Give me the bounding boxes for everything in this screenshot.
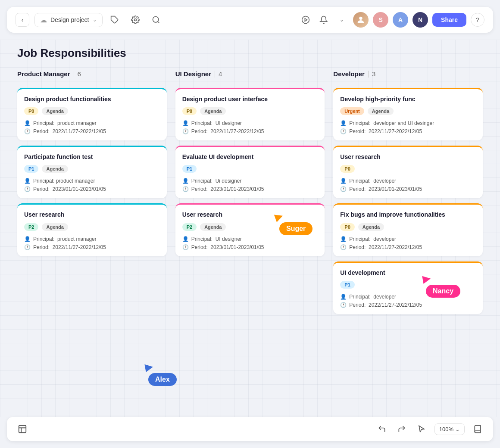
more-button[interactable]: ⌄ <box>335 13 349 27</box>
settings-button[interactable] <box>128 13 142 27</box>
svg-point-4 <box>302 16 309 24</box>
card-participate-function-test[interactable]: Participate function test P1 Agenda 👤 Pr… <box>17 146 167 198</box>
clock-icon: 🕐 <box>182 128 189 134</box>
meta-principal: 👤 Principal: developer <box>340 294 476 300</box>
avatar-n[interactable]: N <box>412 12 428 28</box>
column-ui-designer: UI Designer 4 Design product user interf… <box>175 70 325 319</box>
card-tags: P0 Agenda <box>340 223 476 231</box>
tag-agenda: Agenda <box>200 223 226 231</box>
svg-point-6 <box>359 17 362 20</box>
card-develop-high-priority[interactable]: Develop high-priority func Urgent Agenda… <box>333 88 483 140</box>
svg-point-1 <box>134 19 136 21</box>
column-divider-dev <box>368 71 369 78</box>
column-header-pm: Product Manager 6 <box>17 70 167 82</box>
share-button[interactable]: Share <box>432 13 466 27</box>
card-tags: P1 Agenda <box>24 165 160 173</box>
tag-p0: P0 <box>182 107 197 115</box>
card-user-research-dev[interactable]: User research P0 👤 Principal: developer … <box>333 146 483 198</box>
tag-p0: P0 <box>340 223 354 231</box>
help-button[interactable]: ? <box>471 13 484 27</box>
pointer-button[interactable] <box>415 422 428 436</box>
svg-rect-7 <box>19 426 26 433</box>
bottombar: 100% ⌄ <box>7 417 493 441</box>
card-fix-bugs[interactable]: Fix bugs and improve functionalities P0 … <box>333 203 483 256</box>
zoom-selector[interactable]: 100% ⌄ <box>434 423 465 435</box>
back-button[interactable]: ‹ <box>16 13 29 27</box>
tag-agenda: Agenda <box>358 223 384 231</box>
card-tags: P0 Agenda <box>182 107 318 115</box>
tag-p1: P1 <box>182 165 197 173</box>
card-user-research-pm[interactable]: User research P2 Agenda 👤 Principal: pro… <box>17 203 167 256</box>
card-meta: 👤 Principal: product manager 🕐 Period: 2… <box>24 120 160 134</box>
person-icon: 👤 <box>340 294 347 300</box>
undo-button[interactable] <box>375 422 389 436</box>
card-tags: P2 Agenda <box>24 223 160 231</box>
meta-principal: 👤 Principal: product manager <box>24 178 160 184</box>
cursor-alex-arrow: ▶ <box>144 361 153 373</box>
layers-button[interactable] <box>16 422 29 436</box>
card-design-product-ui[interactable]: Design product user interface P0 Agenda … <box>175 88 325 140</box>
card-meta: 👤 Principal: developer 🕐 Period: 2022/11… <box>340 294 476 308</box>
clock-icon: 🕐 <box>340 186 347 192</box>
tag-p2: P2 <box>24 223 38 231</box>
card-title: Develop high-priority func <box>340 95 476 103</box>
tag-agenda: Agenda <box>200 107 226 115</box>
card-meta: 👤 Principal: UI designer 🕐 Period: 2022/… <box>182 120 318 134</box>
board: Product Manager 6 Design product functio… <box>17 70 483 319</box>
tag-agenda: Agenda <box>42 165 68 173</box>
search-button[interactable] <box>149 13 163 27</box>
cursor-alex: ▶ Alex <box>145 362 177 386</box>
cloud-icon: ☁ <box>40 16 47 24</box>
tag-p2: P2 <box>182 223 197 231</box>
svg-line-3 <box>157 22 159 23</box>
tag-p0: P0 <box>24 107 38 115</box>
tag-button[interactable] <box>108 13 122 27</box>
card-meta: 👤 Principal: product manager 🕐 Period: 2… <box>24 236 160 250</box>
avatar-photo[interactable] <box>353 12 369 28</box>
column-developer: Developer 3 Develop high-priority func U… <box>333 70 483 319</box>
card-user-research-uid[interactable]: User research P2 Agenda 👤 Principal: UI … <box>175 203 325 256</box>
meta-period: 🕐 Period: 2023/01/01-2023/01/05 <box>182 244 318 250</box>
meta-principal: 👤 Principal: developer and UI desinger <box>340 120 476 126</box>
card-title: Participate function test <box>24 153 160 161</box>
card-title: User research <box>182 211 318 218</box>
card-ui-development[interactable]: UI development P1 👤 Principal: developer… <box>333 261 483 314</box>
card-meta: 👤 Principal: developer 🕐 Period: 2022/11… <box>340 236 476 250</box>
tag-agenda: Agenda <box>42 107 68 115</box>
column-header-dev: Developer 3 <box>333 70 483 82</box>
person-icon: 👤 <box>182 178 189 184</box>
tag-p0: P0 <box>340 165 354 173</box>
meta-period: 🕐 Period: 2022/11/27-2022/12/05 <box>24 128 160 134</box>
play-button[interactable] <box>299 13 312 27</box>
column-count-dev: 3 <box>372 70 375 78</box>
card-design-product-functionalities[interactable]: Design product functionalities P0 Agenda… <box>17 88 167 140</box>
cursor-alex-label: Alex <box>148 373 177 386</box>
meta-principal: 👤 Principal: product manager <box>24 236 160 242</box>
topbar-left: ‹ ☁ Design project ⌄ <box>16 13 163 27</box>
card-title: Design product user interface <box>182 95 318 103</box>
column-title-dev: Developer <box>333 70 365 78</box>
card-meta: 👤 Principal: UI designer 🕐 Period: 2023/… <box>182 236 318 250</box>
meta-period: 🕐 Period: 2022/11/27-2022/12/05 <box>340 302 476 308</box>
column-header-uid: UI Designer 4 <box>175 70 325 82</box>
topbar-right: ⌄ S A N Share ? <box>299 12 484 28</box>
page-title: Job Responsibilities <box>17 47 483 60</box>
column-count-uid: 4 <box>219 70 222 78</box>
column-divider-pm <box>74 71 74 78</box>
tag-p1: P1 <box>340 281 354 289</box>
notification-button[interactable] <box>317 13 331 27</box>
clock-icon: 🕐 <box>182 244 189 250</box>
meta-period: 🕐 Period: 2023/01/01-2023/01/05 <box>182 186 318 192</box>
book-button[interactable] <box>471 422 484 436</box>
clock-icon: 🕐 <box>24 128 31 134</box>
project-selector[interactable]: ☁ Design project ⌄ <box>34 13 103 27</box>
person-icon: 👤 <box>24 236 31 242</box>
clock-icon: 🕐 <box>24 186 31 192</box>
clock-icon: 🕐 <box>340 302 347 308</box>
redo-button[interactable] <box>395 422 409 436</box>
topbar: ‹ ☁ Design project ⌄ ⌄ <box>7 7 493 33</box>
meta-principal: 👤 Principal: Ui designer <box>182 178 318 184</box>
avatar-s[interactable]: S <box>373 12 388 28</box>
card-evaluate-ui-development[interactable]: Evaluate UI development P1 👤 Principal: … <box>175 146 325 198</box>
avatar-a[interactable]: A <box>393 12 408 28</box>
